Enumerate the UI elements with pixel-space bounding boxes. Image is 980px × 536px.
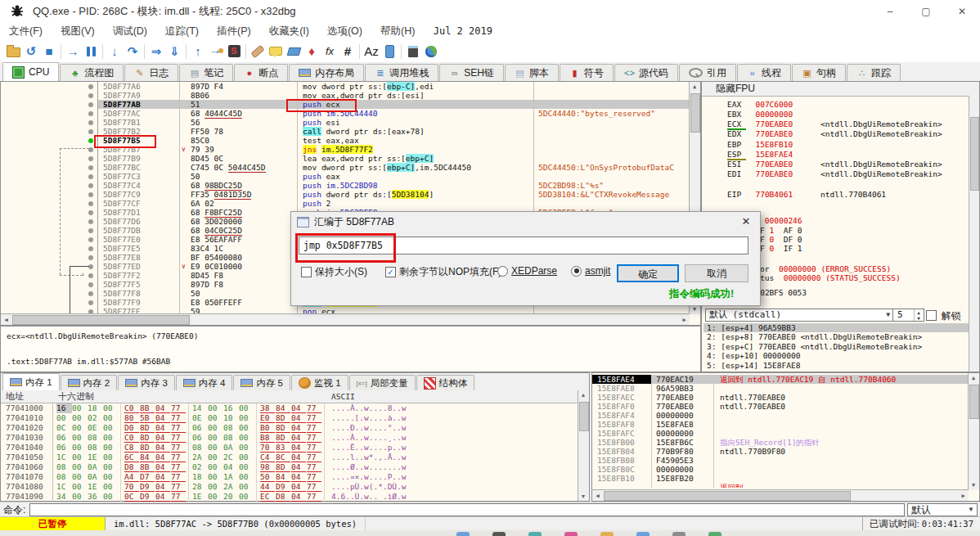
scroll-up-icon[interactable]: ▲ — [969, 375, 978, 381]
disasm-row[interactable]: 5D8F77AB51push ecx — [1, 100, 690, 109]
instruction-dot[interactable] — [88, 129, 93, 134]
stack-arg-row[interactable]: 2: [esp+8] 770EABE0 <ntdll.DbgUiRemoteBr… — [704, 332, 969, 341]
instruction-dot[interactable] — [88, 291, 93, 296]
register-row[interactable]: ESP 15E8FAE4 — [702, 150, 969, 159]
stack-h-scrollbar[interactable]: ◀ ▶ — [592, 489, 969, 501]
disasm-row[interactable]: 5D8F77A6897D F4mov dword ptr ss:[ebp-C],… — [1, 82, 690, 91]
menu-item[interactable]: 选项(O) — [318, 23, 371, 40]
font-icon[interactable]: Az — [362, 42, 380, 61]
label-icon[interactable] — [285, 42, 303, 61]
run-to-user-code-icon[interactable] — [207, 42, 225, 61]
dump-row[interactable]: 77041090340036000CD904771E002000ECD80477… — [1, 492, 578, 502]
dump-row[interactable]: 7704106008000A00D88B047702000400988D0477… — [1, 462, 578, 472]
execute-till-return-icon[interactable]: ⇒ — [147, 42, 165, 61]
instruction-dot[interactable] — [88, 201, 93, 206]
asmjit-radio[interactable]: asmjit — [571, 265, 610, 277]
minimize-button[interactable]: – — [872, 0, 908, 23]
stack-row[interactable]: 15E8FAE4770EAC19返回到 ntdll.770EAC19 自 ntd… — [592, 375, 969, 384]
stack-row[interactable]: 15E8FAF400000000 — [592, 411, 969, 420]
scroll-right-icon[interactable]: ▶ — [959, 493, 968, 499]
disasm-row[interactable]: 5D8F77BCC745 0C 5044C45Dmov dword ptr ss… — [1, 163, 690, 172]
stop-icon[interactable]: ■ — [40, 42, 58, 61]
tab-log[interactable]: ✎日志 — [124, 64, 178, 81]
disasm-row[interactable]: 5D8F77C468 98BDC25Dpush im.5DC2BD985DC2B… — [1, 181, 690, 190]
disasm-h-scrollbar[interactable]: ◀ ▶ — [1, 313, 690, 325]
instruction-dot[interactable] — [88, 282, 93, 287]
stack-row[interactable]: 15E8FB04770B9F80ntdll.770B9F80 — [592, 447, 969, 456]
menu-item[interactable]: 追踪(T) — [156, 23, 208, 40]
register-row[interactable]: ESI 770EABE0<ntdll.DbgUiRemoteBreakin> — [702, 160, 969, 169]
memory3-tab[interactable]: 内存 3 — [118, 375, 175, 390]
disasm-row[interactable]: 5D8F77B585C0test eax,eax — [1, 136, 690, 145]
instruction-dot[interactable] — [88, 120, 93, 125]
menu-item[interactable]: 收藏夹(I) — [260, 23, 318, 40]
open-file-icon[interactable] — [4, 42, 22, 61]
globe-icon[interactable] — [422, 42, 440, 61]
instruction-dot[interactable] — [88, 210, 93, 215]
patch-icon[interactable] — [249, 42, 267, 61]
stack-pane[interactable]: 15E8FAE4770EAC19返回到 ntdll.770EAC19 自 ntd… — [591, 372, 980, 502]
dump-row[interactable]: 7704103006000800C08D047706000800B88D0477… — [1, 433, 578, 443]
scrollbar-thumb[interactable] — [970, 117, 979, 191]
stack-v-scrollbar[interactable]: ▲ ▼ — [968, 373, 979, 490]
instruction-dot[interactable] — [88, 255, 93, 260]
menu-item[interactable]: 帮助(H) — [371, 23, 424, 40]
dialog-title-bar[interactable]: 汇编于 5D8F77AB — [291, 212, 760, 232]
arg-count-stepper[interactable]: 5▲▼ — [892, 309, 924, 322]
tab-symbols[interactable]: ▮符号 — [560, 64, 614, 81]
scroll-down-icon[interactable]: ▼ — [578, 493, 588, 499]
scroll-left-icon[interactable]: ◀ — [2, 317, 11, 323]
dump-row[interactable]: 7704100016001800C08B04771400160038840477… — [1, 403, 578, 413]
register-row[interactable]: EIP 770B4061ntdll.770B4061 — [702, 190, 969, 199]
stack-row[interactable]: 15E8FB0C00000000 — [592, 465, 969, 474]
memory2-tab[interactable]: 内存 2 — [61, 375, 118, 390]
stack-row[interactable]: 15E8FAFC00000000 — [592, 429, 969, 438]
register-row[interactable]: EAX 007C6000 — [702, 100, 969, 109]
close-button[interactable]: ✕ — [944, 0, 980, 23]
instruction-dot[interactable] — [88, 246, 93, 251]
disasm-row[interactable]: 5D8F77CF6A 02push 2 — [1, 199, 690, 208]
instruction-dot[interactable] — [88, 228, 93, 233]
stack-row[interactable]: 15E8FB08F45905E3 — [592, 456, 969, 465]
breakpoint-dot[interactable] — [88, 138, 93, 143]
calling-convention-select[interactable]: 默认 (stdcall)▼ — [705, 309, 893, 322]
maximize-button[interactable]: ▢ — [908, 0, 944, 23]
ok-button[interactable]: 确定 — [617, 264, 679, 282]
disasm-row[interactable]: 5D8F77A98B06mov eax,dword ptr ds:[esi] — [1, 91, 690, 100]
disasm-row[interactable]: 5D8F77B7∨79 39jns im.5D8F77F2 — [1, 145, 690, 154]
disasm-row[interactable]: 5D8F77C9FF35 0481D35Dpush dword ptr ds:[… — [1, 190, 690, 199]
stack-row[interactable]: 15E8FB0015E8FB6C指向SEH_Record[1]的指针 — [592, 438, 969, 447]
bookmark-icon[interactable]: ♦ — [303, 42, 321, 61]
stack-row[interactable]: 返回到 — [592, 483, 969, 488]
tab-call-stack[interactable]: ≣调用堆栈 — [365, 64, 438, 81]
stack-arg-row[interactable]: 3: [esp+C] 770EABE0 <ntdll.DbgUiRemoteBr… — [704, 342, 969, 351]
comment-icon[interactable] — [267, 42, 285, 61]
instruction-dot[interactable] — [88, 84, 93, 89]
pause-icon[interactable] — [82, 42, 100, 61]
unlock-checkbox[interactable]: 解锁 — [926, 309, 961, 323]
scroll-down-icon[interactable]: ▼ — [969, 482, 978, 489]
instruction-dot[interactable] — [88, 237, 93, 242]
command-input[interactable] — [29, 503, 905, 516]
dump-row[interactable]: 770410501C001E006C8404772A002C00C48C0477… — [1, 453, 578, 462]
memory4-tab[interactable]: 内存 4 — [176, 375, 233, 390]
stack-row[interactable]: 15E8FAEC770EABE0ntdll.770EABE0 — [592, 393, 969, 402]
tab-references[interactable]: 引用 — [679, 64, 736, 81]
scrollbar-thumb[interactable] — [690, 93, 700, 133]
tab-handles[interactable]: ▣句柄 — [792, 64, 846, 81]
scroll-left-icon[interactable]: ◀ — [593, 493, 602, 499]
step-out-icon[interactable]: ↑ — [189, 42, 207, 61]
dump-row[interactable]: 770410200C000E00D08D047706000800B08D0477… — [1, 423, 578, 433]
scrollbar-thumb[interactable] — [604, 491, 851, 501]
dump-row[interactable]: 7704104006000800C88D047708000A0070830477… — [1, 443, 578, 453]
disasm-row[interactable]: 5D8F77B156push esi — [1, 118, 690, 127]
fill-nop-checkbox[interactable]: ✓剩余字节以NOP填充(F) — [385, 265, 501, 279]
disasm-row[interactable]: 5D8F77B2FF50 78call dword ptr ds:[eax+78… — [1, 127, 690, 136]
struct-tab[interactable]: 结构体 — [416, 375, 475, 390]
register-row[interactable]: EDX 770EABE0<ntdll.DbgUiRemoteBreakin> — [702, 129, 969, 138]
spinner-arrows-icon[interactable]: ▲▼ — [914, 309, 923, 321]
register-row[interactable]: EDI 770EABE0<ntdll.DbgUiRemoteBreakin> — [702, 169, 969, 178]
instruction-dot[interactable] — [88, 300, 93, 305]
keep-size-checkbox[interactable]: 保持大小(S) — [301, 265, 367, 279]
stack-row[interactable]: 15E8FAF0770EABE0ntdll.770EABE0 — [592, 402, 969, 411]
